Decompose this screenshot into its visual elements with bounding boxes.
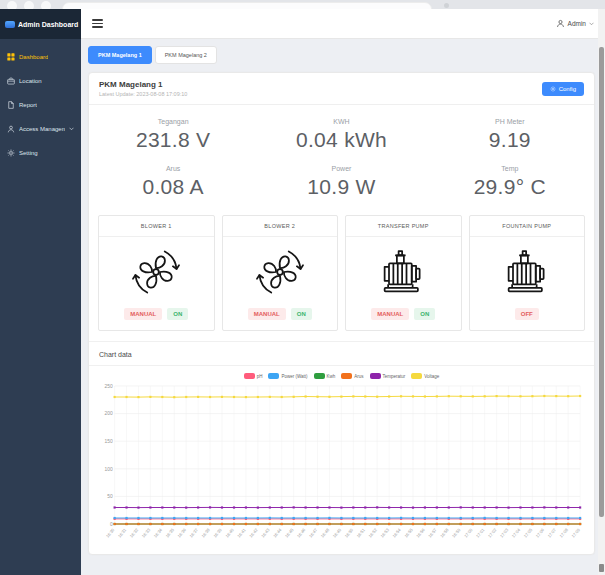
- svg-text:16:37: 16:37: [189, 527, 200, 539]
- chevron-down-icon: [589, 22, 594, 26]
- pump-icon: [470, 244, 585, 300]
- svg-text:16:32: 16:32: [129, 527, 140, 539]
- device-on-badge[interactable]: ON: [414, 308, 435, 320]
- svg-text:16:54: 16:54: [391, 527, 402, 539]
- svg-text:17:04: 17:04: [511, 527, 522, 539]
- app-logo: [5, 21, 15, 28]
- svg-text:16:30: 16:30: [105, 527, 116, 539]
- menu-toggle-icon[interactable]: [92, 18, 103, 30]
- legend-label: Temperatur: [383, 374, 406, 379]
- metric-label: Power: [257, 165, 425, 172]
- sidebar-item-location[interactable]: Location: [0, 69, 81, 93]
- metric-power: Power10.9 W: [257, 156, 425, 203]
- metric-value: 0.08 A: [89, 175, 257, 199]
- scrollbar-thumb[interactable]: [599, 47, 604, 517]
- content: PKM Magelang 1PKM Magelang 2 PKM Magelan…: [81, 39, 605, 555]
- svg-text:250: 250: [104, 384, 112, 389]
- vertical-scrollbar[interactable]: [598, 9, 605, 575]
- device-on-badge[interactable]: ON: [167, 308, 188, 320]
- svg-text:16:31: 16:31: [117, 527, 128, 539]
- legend-item-voltage[interactable]: Voltage: [411, 373, 439, 379]
- sidebar-item-label: Access Management: [19, 126, 65, 132]
- svg-text:50: 50: [107, 494, 113, 499]
- pump-icon: [346, 244, 461, 300]
- sidebar-item-label: Setting: [19, 150, 38, 156]
- user-icon: [7, 125, 15, 133]
- device-card-blower-2: BLOWER 2MANUALON: [222, 215, 339, 331]
- tab-pkm-magelang-1[interactable]: PKM Magelang 1: [88, 46, 152, 64]
- svg-text:16:34: 16:34: [153, 527, 164, 539]
- legend-swatch: [314, 373, 325, 379]
- device-name: BLOWER 1: [99, 216, 214, 237]
- extension-icon[interactable]: [444, 3, 449, 8]
- station-panel: PKM Magelang 1 Latest Update: 2023-08-08…: [88, 72, 595, 555]
- svg-text:16:42: 16:42: [248, 527, 259, 539]
- legend-swatch: [268, 373, 279, 379]
- svg-text:16:58: 16:58: [439, 527, 450, 539]
- sidebar-header: Admin Dashboard: [0, 9, 81, 39]
- gear-icon: [550, 86, 556, 92]
- legend-item-arus[interactable]: Arus: [341, 373, 363, 379]
- back-button[interactable]: [7, 1, 17, 9]
- main-area: Admin PKM Magelang 1PKM Magelang 2 PKM M…: [81, 9, 605, 575]
- fan-icon: [223, 244, 338, 300]
- tab-pkm-magelang-2[interactable]: PKM Magelang 2: [155, 46, 217, 64]
- metric-value: 0.04 kWh: [257, 128, 425, 152]
- forward-button[interactable]: [24, 1, 34, 9]
- legend-item-temperatur[interactable]: Temperatur: [370, 373, 406, 379]
- url-bar[interactable]: [62, 2, 432, 9]
- legend-item-ph[interactable]: pH: [244, 373, 263, 379]
- sidebar-item-setting[interactable]: Setting: [0, 141, 81, 165]
- svg-text:0: 0: [110, 522, 113, 527]
- sidebar: Admin Dashboard DashboardLocationReportA…: [0, 9, 81, 575]
- svg-text:17:03: 17:03: [499, 527, 510, 539]
- legend-item-power-watt[interactable]: Power (Watt): [268, 373, 307, 379]
- svg-text:16:35: 16:35: [165, 527, 176, 539]
- svg-text:16:38: 16:38: [200, 527, 211, 539]
- svg-text:16:48: 16:48: [320, 527, 331, 539]
- svg-text:17:02: 17:02: [487, 527, 498, 539]
- reload-button[interactable]: [41, 1, 51, 9]
- sidebar-item-access-management[interactable]: Access Management: [0, 117, 81, 141]
- panel-heading: PKM Magelang 1 Latest Update: 2023-08-08…: [99, 80, 187, 97]
- metric-kwh: KWH0.04 kWh: [257, 109, 425, 156]
- device-name: BLOWER 2: [223, 216, 338, 237]
- device-manual-badge[interactable]: MANUAL: [124, 308, 162, 320]
- legend-item-kwh[interactable]: Kwh: [314, 373, 336, 379]
- svg-text:16:46: 16:46: [296, 527, 307, 539]
- config-button-label: Config: [559, 86, 576, 92]
- svg-text:100: 100: [104, 467, 112, 472]
- metric-value: 29.9° C: [426, 175, 594, 199]
- metrics-grid: Tegangan231.8 VKWH0.04 kWhPH Meter9.19Ar…: [89, 105, 594, 211]
- fan-icon: [99, 244, 214, 300]
- config-button[interactable]: Config: [542, 82, 584, 96]
- svg-text:17:09: 17:09: [571, 527, 582, 539]
- svg-text:16:44: 16:44: [272, 527, 283, 539]
- station-tabs: PKM Magelang 1PKM Magelang 2: [88, 46, 595, 64]
- device-off-badge[interactable]: OFF: [515, 308, 539, 320]
- metric-temp: Temp29.9° C: [426, 156, 594, 203]
- sidebar-item-dashboard[interactable]: Dashboard: [0, 45, 81, 69]
- user-menu[interactable]: Admin: [556, 19, 594, 28]
- device-manual-badge[interactable]: MANUAL: [248, 308, 286, 320]
- svg-text:16:39: 16:39: [212, 527, 223, 539]
- topbar: Admin: [81, 9, 605, 39]
- file-icon: [7, 101, 15, 109]
- chart-section-title: Chart data: [89, 341, 594, 365]
- metric-label: Tegangan: [89, 118, 257, 125]
- device-card-fountain-pump: FOUNTAIN PUMPOFF: [469, 215, 586, 331]
- svg-text:17:05: 17:05: [523, 527, 534, 539]
- legend-label: Arus: [354, 374, 363, 379]
- legend-swatch: [341, 373, 352, 379]
- device-card-blower-1: BLOWER 1MANUALON: [98, 215, 215, 331]
- sidebar-menu: DashboardLocationReportAccess Management…: [0, 39, 81, 165]
- gear-icon: [7, 149, 15, 157]
- app-frame: Admin Dashboard DashboardLocationReportA…: [0, 9, 605, 575]
- sidebar-item-report[interactable]: Report: [0, 93, 81, 117]
- devices-row: BLOWER 1MANUALONBLOWER 2MANUALONTRANSFER…: [89, 211, 594, 341]
- svg-text:16:47: 16:47: [308, 527, 319, 539]
- device-manual-badge[interactable]: MANUAL: [371, 308, 409, 320]
- metric-value: 9.19: [426, 128, 594, 152]
- device-on-badge[interactable]: ON: [291, 308, 312, 320]
- svg-text:150: 150: [104, 439, 112, 444]
